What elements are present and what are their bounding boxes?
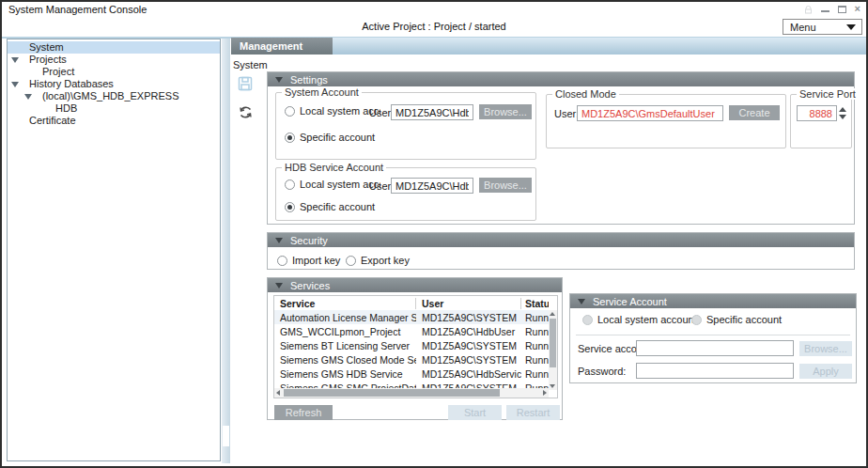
vertical-scrollbar[interactable] [549,310,557,390]
collapse-triangle-icon[interactable] [11,57,19,63]
splitter-grip[interactable] [223,426,229,446]
table-row[interactable]: Automation License Manager Service MD1Z5… [274,310,549,324]
tree-item-gms-hdb-express[interactable]: (local)\GMS_HDB_EXPRESS [8,90,220,102]
scroll-left-icon[interactable] [276,390,280,396]
radio-icon[interactable] [285,133,295,143]
collapse-triangle-icon[interactable] [578,299,585,304]
panel-splitter[interactable] [222,39,230,463]
scrollbar-thumb[interactable] [550,319,556,367]
refresh-button[interactable]: Refresh [274,405,333,420]
cell-status: Running [521,368,549,380]
tree-item-label: Projects [29,54,67,66]
tree-item-certificate[interactable]: Certificate [8,115,220,127]
sa-specific-radio[interactable]: Specific account [691,314,782,325]
create-button[interactable]: Create [729,105,780,120]
tree-item-projects[interactable]: Projects [8,54,220,66]
page-title: System [233,59,268,70]
service-port-value[interactable]: 8888 [797,105,837,121]
radio-icon[interactable] [582,315,593,325]
spin-down-icon[interactable] [839,115,846,119]
scroll-up-icon[interactable] [550,312,555,316]
user-label: User: [554,108,579,119]
tab-management[interactable]: Management [231,38,333,55]
table-row[interactable]: Siemens GMS HDB Service MD1Z5A9C\HdbServ… [274,367,549,381]
radio-icon[interactable] [285,202,295,212]
tree-item-history-databases[interactable]: History Databases [8,78,220,90]
table-row[interactable]: GMS_WCCILpmon_Project MD1Z5A9C\HdbUser R… [274,324,549,338]
import-key-radio[interactable]: Import key [277,255,340,266]
hdb-account-specific-radio[interactable]: Specific account [285,201,375,212]
radio-icon[interactable] [277,256,287,266]
radio-label: Specific account [300,201,375,212]
cell-user: MD1Z5A9C\HdbUser [416,326,521,337]
tree-item-hdb[interactable]: HDB [8,102,220,115]
radio-icon[interactable] [346,256,356,266]
radio-icon[interactable] [691,315,702,325]
maximize-button[interactable] [838,6,846,13]
radio-icon[interactable] [285,106,295,117]
app-window: System Management Console × Active Proje… [0,0,868,468]
horizontal-scrollbar[interactable] [274,388,549,398]
hdb-account-browse-button[interactable]: Browse... [479,178,532,193]
service-account-header-label: Service Account [593,296,667,307]
save-icon[interactable] [238,76,253,91]
hdb-service-account-group: HDB Service Account Local system account… [275,167,536,221]
service-account-header[interactable]: Service Account [570,294,856,308]
minimize-button[interactable] [821,5,829,13]
menu-dropdown[interactable]: Menu [783,19,862,35]
scroll-right-icon[interactable] [543,390,547,396]
refresh-icon[interactable] [238,104,254,120]
table-row[interactable]: Siemens GMS Closed Mode Service MD1Z5A9C… [274,352,549,367]
service-port-spinner[interactable]: 8888 [797,105,846,121]
collapse-triangle-icon[interactable] [11,82,19,87]
tree-item-project[interactable]: Project [8,66,220,78]
restart-button[interactable]: Restart [506,405,560,420]
services-header[interactable]: Services [268,278,562,292]
sa-browse-button[interactable]: Browse... [799,341,852,356]
radio-label: Export key [361,255,410,266]
sa-local-radio[interactable]: Local system account [582,314,697,325]
start-button[interactable]: Start [448,405,502,420]
chevron-down-icon [846,24,856,30]
active-project-label: Active Project : Project / started [2,21,866,32]
system-account-user-input[interactable] [391,104,473,120]
security-header[interactable]: Security [268,233,854,247]
table-row[interactable]: Siemens BT Licensing Server MD1Z5A9C\SYS… [274,338,549,352]
collapse-triangle-icon[interactable] [24,94,32,100]
collapse-triangle-icon[interactable] [275,283,283,289]
password-input[interactable] [636,363,794,379]
cell-service: GMS_WCCILpmon_Project [274,326,416,337]
hdb-account-local-radio[interactable]: Local system account [285,179,380,190]
collapse-triangle-icon[interactable] [275,77,283,83]
menu-bar: Active Project : Project / started Menu [2,17,866,37]
cell-user: MD1Z5A9C\SYSTEM [416,354,521,366]
service-port-title: Service Port [797,88,859,100]
services-table-body: Automation License Manager Service MD1Z5… [274,310,549,390]
menu-dropdown-label: Menu [790,22,816,33]
system-account-browse-button[interactable]: Browse... [479,104,532,119]
tab-strip: Management [231,38,866,55]
tree-item-system[interactable]: System [8,41,220,54]
system-account-local-radio[interactable]: Local system account [285,105,380,117]
scrollbar-thumb[interactable] [284,389,500,397]
spinner-arrows[interactable] [839,105,846,121]
security-header-label: Security [290,235,328,246]
apply-button[interactable]: Apply [799,364,852,379]
closed-mode-user-input[interactable] [577,105,723,121]
export-key-radio[interactable]: Export key [346,255,410,266]
closed-mode-title: Closed Mode [552,88,619,100]
column-header-service[interactable]: Service [274,298,416,309]
column-header-user[interactable]: User [416,298,521,309]
window-title: System Management Console [8,4,147,15]
radio-icon[interactable] [285,179,295,190]
close-button[interactable]: × [855,5,860,13]
collapse-triangle-icon[interactable] [275,238,283,243]
settings-header-label: Settings [290,74,328,86]
spin-up-icon[interactable] [839,107,846,112]
service-account-input[interactable] [636,340,794,356]
system-account-specific-radio[interactable]: Specific account [285,132,375,143]
scroll-down-icon[interactable] [550,384,555,388]
hdb-account-user-input[interactable] [391,178,473,194]
column-header-status[interactable]: Status [521,298,549,309]
settings-header[interactable]: Settings [268,72,854,86]
